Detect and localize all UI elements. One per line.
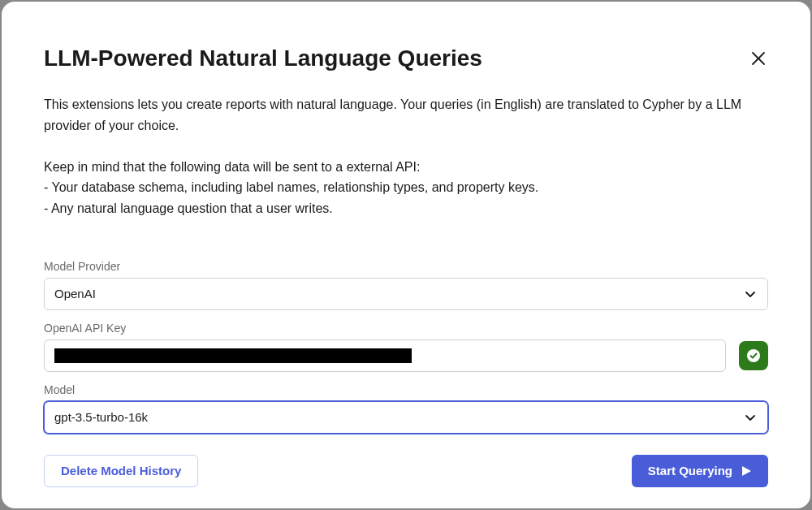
start-querying-button[interactable]: Start Querying	[632, 455, 768, 487]
apikey-input[interactable]	[44, 339, 726, 372]
apikey-redacted	[54, 348, 412, 363]
model-label: Model	[44, 383, 768, 396]
close-icon	[751, 51, 766, 66]
apikey-row	[44, 339, 768, 372]
model-group: Model	[44, 383, 768, 434]
apikey-label: OpenAI API Key	[44, 322, 768, 335]
start-querying-label: Start Querying	[648, 464, 732, 478]
modal-dialog: LLM-Powered Natural Language Queries Thi…	[2, 2, 810, 508]
modal-title: LLM-Powered Natural Language Queries	[44, 45, 482, 71]
provider-group: Model Provider	[44, 260, 768, 310]
provider-select-wrapper	[44, 278, 768, 310]
modal-header: LLM-Powered Natural Language Queries	[44, 45, 768, 71]
model-select[interactable]	[44, 401, 768, 434]
provider-select[interactable]	[44, 278, 768, 310]
apikey-valid-badge	[739, 341, 768, 370]
delete-history-button[interactable]: Delete Model History	[44, 455, 198, 487]
play-icon	[741, 465, 752, 477]
close-button[interactable]	[749, 49, 768, 68]
modal-description: This extensions lets you create reports …	[44, 94, 768, 219]
svg-marker-3	[742, 466, 751, 476]
apikey-group: OpenAI API Key	[44, 322, 768, 372]
check-circle-icon	[746, 348, 761, 363]
provider-label: Model Provider	[44, 260, 768, 273]
modal-footer: Delete Model History Start Querying	[44, 455, 768, 487]
model-select-wrapper	[44, 401, 768, 434]
